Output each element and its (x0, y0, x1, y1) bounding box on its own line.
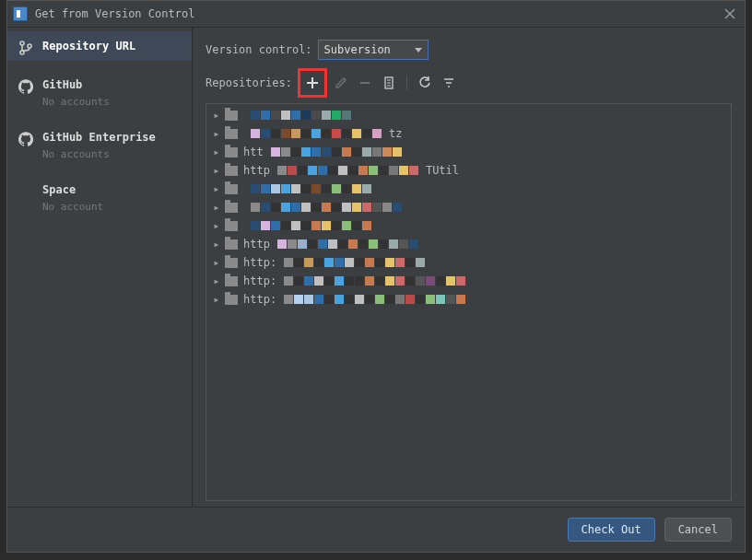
button-label: Cancel (678, 523, 718, 536)
folder-icon (225, 129, 238, 139)
tree-row[interactable] (206, 216, 731, 235)
tree-row[interactable] (206, 106, 731, 124)
titlebar: Get from Version Control (7, 1, 745, 28)
tree-row-name: http: (243, 256, 276, 269)
separator (406, 76, 407, 90)
sidebar-item-space[interactable]: Space No account (7, 175, 192, 218)
obscured-text (284, 258, 425, 267)
close-icon (724, 8, 735, 19)
tree-row-name: http: (243, 293, 276, 306)
edit-repo-button[interactable] (331, 73, 351, 93)
tree-row[interactable] (206, 180, 731, 198)
dialog-title: Get from Version Control (35, 7, 721, 20)
refresh-button[interactable] (415, 73, 435, 93)
tree-row-suffix: TUtil (426, 164, 459, 177)
expand-icon[interactable] (212, 258, 221, 267)
obscured-text (251, 184, 371, 193)
sidebar-item-sub: No account (42, 201, 103, 213)
obscured-text (277, 166, 418, 175)
tree-row[interactable] (206, 198, 731, 216)
repos-label: Repositories: (206, 76, 292, 89)
repo-tree[interactable]: tzhtthttpTUtilhttphttp:http:http: (206, 103, 732, 501)
button-label: Check Out (582, 523, 641, 536)
expand-icon[interactable] (212, 166, 221, 175)
close-button[interactable] (721, 5, 739, 23)
tree-row[interactable]: http: (206, 290, 731, 309)
refresh-icon (418, 76, 431, 89)
browse-repo-button[interactable] (379, 73, 399, 93)
tree-row-name: http: (243, 274, 276, 287)
tree-row-suffix: tz (389, 127, 402, 140)
folder-icon (225, 203, 238, 213)
github-icon (18, 132, 33, 146)
app-icon (13, 6, 28, 21)
pencil-icon (335, 76, 347, 89)
sidebar-item-label: Space (42, 182, 103, 197)
folder-icon (225, 221, 238, 231)
expand-icon[interactable] (212, 239, 221, 249)
folder-icon (225, 239, 238, 250)
sidebar-item-repository-url[interactable]: Repository URL (7, 31, 192, 61)
expand-icon[interactable] (212, 111, 221, 120)
tree-row-name: htt (243, 146, 264, 158)
sidebar: Repository URL GitHub No accounts (7, 28, 193, 507)
tree-row[interactable]: httpTUtil (206, 161, 731, 180)
folder-icon (225, 295, 238, 305)
sidebar-item-sub: No accounts (42, 148, 156, 160)
sidebar-item-github-enterprise[interactable]: GitHub Enterprise No accounts (7, 122, 192, 166)
svg-point-4 (28, 44, 31, 48)
obscured-text (284, 295, 465, 304)
obscured-text (251, 111, 351, 120)
minus-icon (358, 76, 371, 89)
sidebar-item-label: GitHub Enterprise (42, 130, 156, 145)
branch-icon (18, 41, 33, 55)
filter-button[interactable] (439, 73, 459, 93)
expand-icon[interactable] (212, 129, 221, 138)
folder-icon (225, 276, 238, 286)
vc-select[interactable]: Subversion (318, 40, 429, 60)
dialog-body: Repository URL GitHub No accounts (7, 28, 745, 507)
filter-icon (442, 76, 455, 89)
vc-label: Version control: (206, 43, 312, 56)
checkout-button[interactable]: Check Out (568, 518, 655, 542)
folder-icon (225, 111, 238, 121)
tree-row[interactable]: http: (206, 253, 731, 272)
folder-icon (225, 184, 238, 194)
tree-row[interactable]: http: (206, 272, 731, 290)
obscured-text (251, 203, 402, 212)
repo-toolbar: Repositories: (206, 68, 732, 98)
obscured-text (277, 239, 418, 249)
tree-row[interactable]: tz (206, 124, 731, 143)
folder-icon (225, 147, 238, 158)
expand-icon[interactable] (212, 295, 221, 304)
expand-icon[interactable] (212, 203, 221, 212)
vc-row: Version control: Subversion (206, 37, 732, 63)
document-icon (382, 76, 395, 89)
folder-icon (225, 258, 238, 268)
add-repo-button[interactable] (302, 73, 323, 93)
obscured-text (251, 129, 382, 138)
cancel-button[interactable]: Cancel (664, 518, 732, 542)
obscured-text (271, 147, 402, 157)
chevron-down-icon (415, 48, 422, 52)
tree-row[interactable]: http (206, 235, 731, 253)
space-icon (18, 184, 33, 199)
expand-icon[interactable] (212, 221, 221, 230)
footer: Check Out Cancel (7, 507, 745, 552)
tree-row-name: http (243, 164, 270, 177)
highlight-box (298, 68, 327, 98)
main-panel: Version control: Subversion Repositories… (193, 28, 745, 507)
plus-icon (306, 76, 319, 89)
remove-repo-button[interactable] (355, 73, 375, 93)
expand-icon[interactable] (212, 147, 221, 157)
github-icon (18, 79, 33, 94)
expand-icon[interactable] (212, 276, 221, 286)
folder-icon (225, 166, 238, 176)
sidebar-item-label: Repository URL (42, 39, 135, 53)
expand-icon[interactable] (212, 184, 221, 193)
sidebar-item-github[interactable]: GitHub No accounts (7, 70, 192, 113)
sidebar-item-sub: No accounts (42, 96, 110, 108)
obscured-text (251, 221, 371, 230)
tree-row-name: http (243, 238, 270, 251)
tree-row[interactable]: htt (206, 143, 731, 161)
